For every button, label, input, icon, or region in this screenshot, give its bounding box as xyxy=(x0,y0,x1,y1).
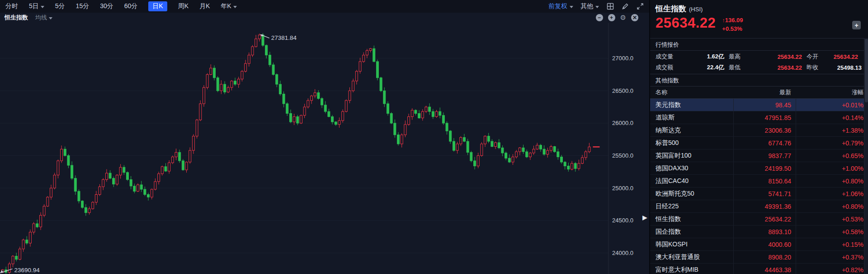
index-name-cell: 韩国KOSPI xyxy=(650,240,733,249)
period-tab-月K[interactable]: 月K xyxy=(199,2,210,10)
indices-header-name[interactable]: 名称 xyxy=(650,88,733,96)
quote-panel: 恒生指数(HSI) 25634.22 ↑136.09 +0.53% + 行情报价… xyxy=(649,0,868,274)
candlestick-svg[interactable]: 27000.026500.026000.025500.025000.024500… xyxy=(0,23,649,274)
other-dropdown[interactable]: 其他 xyxy=(580,2,599,10)
index-latest-cell: 25634.22 xyxy=(733,213,796,225)
y-axis-tick-label: 26500.0 xyxy=(612,87,633,94)
period-tab-30分[interactable]: 30分 xyxy=(100,2,113,10)
ma-dropdown[interactable]: 均线 xyxy=(35,14,52,22)
index-name: 恒生指数 xyxy=(656,5,686,13)
index-row-欧洲斯托克50[interactable]: 欧洲斯托克505741.71+1.06% xyxy=(650,187,868,200)
quote-section-title: 行情报价 xyxy=(650,38,868,51)
period-tab-5分[interactable]: 5分 xyxy=(55,2,65,10)
adjust-dropdown[interactable]: 前复权 xyxy=(548,2,573,10)
period-tab-5日[interactable]: 5日 xyxy=(29,2,44,10)
index-name-cell: 恒生指数 xyxy=(650,215,733,223)
index-change-cell: +1.00% xyxy=(796,162,868,174)
panel-scrollbar[interactable] xyxy=(864,38,868,274)
index-row-国企指数[interactable]: 国企指数8893.10+0.58% xyxy=(650,226,868,238)
scrollbar-thumb[interactable] xyxy=(865,39,868,102)
index-change-cell: +0.79% xyxy=(796,137,868,149)
index-name-cell: 澳大利亚普通股 xyxy=(650,253,733,261)
chevron-down-icon xyxy=(233,6,237,8)
period-tab-分时[interactable]: 分时 xyxy=(5,2,18,10)
index-latest-cell: 4000.60 xyxy=(733,238,796,250)
price-change-pct: +0.53% xyxy=(722,25,742,32)
index-row-标普500[interactable]: 标普5006774.76+0.79% xyxy=(650,137,868,149)
index-latest-cell: 49391.36 xyxy=(733,200,796,212)
period-tab-年K[interactable]: 年K xyxy=(221,2,236,10)
index-row-纳斯达克[interactable]: 纳斯达克23006.36+1.38% xyxy=(650,124,868,137)
period-tabs: 分时5日5分15分30分60分日K周K月K年K xyxy=(5,1,237,11)
zoom-out-icon[interactable]: − xyxy=(596,14,603,21)
index-row-英国富时100[interactable]: 英国富时1009837.77+0.65% xyxy=(650,149,868,162)
close-icon[interactable]: ✕ xyxy=(631,14,638,21)
index-name-cell: 道琼斯 xyxy=(650,114,733,122)
index-row-德国DAX30[interactable]: 德国DAX3024199.50+1.00% xyxy=(650,162,868,175)
chevron-down-icon xyxy=(595,6,599,8)
index-latest-cell: 9837.77 xyxy=(733,149,796,162)
index-latest-cell: 44463.38 xyxy=(733,264,796,274)
index-row-美元指数[interactable]: 美元指数98.45+0.01% xyxy=(650,99,868,111)
index-row-恒生指数[interactable]: 恒生指数25634.22+0.53% xyxy=(650,213,868,226)
toolbar-right-group: 前复权 其他 xyxy=(548,2,644,10)
index-row-道琼斯[interactable]: 道琼斯47951.85+0.14% xyxy=(650,111,868,124)
brush-icon[interactable] xyxy=(621,3,629,10)
index-latest-cell: 47951.85 xyxy=(733,111,796,124)
index-row-日经225[interactable]: 日经22549391.36+0.80% xyxy=(650,200,868,213)
chevron-down-icon xyxy=(41,6,44,8)
quote-value: 25634.22 xyxy=(753,64,807,71)
index-change-cell: +0.37% xyxy=(796,251,868,263)
index-change-cell: +0.01% xyxy=(796,99,868,111)
period-tab-日K[interactable]: 日K xyxy=(148,1,167,11)
quote-value: 22.4亿 xyxy=(684,63,729,72)
index-change-cell: +0.65% xyxy=(796,149,868,162)
index-row-澳大利亚普通股[interactable]: 澳大利亚普通股8908.20+0.37% xyxy=(650,251,868,264)
period-toolbar: 分时5日5分15分30分60分日K周K月K年K 前复权 其他 xyxy=(0,0,649,13)
price-change-block: ↑136.09 +0.53% xyxy=(722,16,743,34)
y-axis-tick-label: 25500.0 xyxy=(612,152,633,159)
quote-label: 今开 xyxy=(807,53,830,61)
high-price-annotation: 27381.84 xyxy=(271,34,297,41)
indices-header-change[interactable]: 涨幅 xyxy=(796,88,868,96)
chevron-down-icon xyxy=(570,6,573,8)
index-change-cell: +0.82% xyxy=(796,264,868,274)
period-tab-周K[interactable]: 周K xyxy=(178,2,189,10)
index-row-富时意大利MIB[interactable]: 富时意大利MIB44463.38+0.82% xyxy=(650,264,868,274)
trading-app: 分时5日5分15分30分60分日K周K月K年K 前复权 其他 xyxy=(0,0,868,274)
panel-collapse-arrow-icon[interactable]: ▶ xyxy=(642,214,647,221)
candlestick-chart[interactable]: 27000.026500.026000.025500.025000.024500… xyxy=(0,23,649,274)
period-tab-15分[interactable]: 15分 xyxy=(76,2,90,10)
quote-label: 昨收 xyxy=(807,63,830,72)
index-row-韩国KOSPI[interactable]: 韩国KOSPI4000.60+0.15% xyxy=(650,238,868,251)
y-axis-tick-label: 25000.0 xyxy=(612,185,633,192)
index-latest-cell: 98.45 xyxy=(733,99,796,111)
quote-label: 最低 xyxy=(729,63,753,72)
period-tab-60分[interactable]: 60分 xyxy=(124,2,138,10)
quote-value: 1.62亿 xyxy=(684,53,729,61)
settings-icon[interactable]: ⚙ xyxy=(620,14,626,22)
zoom-in-icon[interactable]: + xyxy=(608,14,615,21)
y-axis-tick-label: 24500.0 xyxy=(612,217,633,224)
indices-table: 美元指数98.45+0.01%道琼斯47951.85+0.14%纳斯达克2300… xyxy=(650,99,868,274)
chevron-down-icon xyxy=(49,17,52,19)
index-latest-cell: 23006.36 xyxy=(733,124,796,136)
fullscreen-icon[interactable] xyxy=(636,3,644,10)
indices-header-latest[interactable]: 最新 xyxy=(733,88,796,96)
grid-layout-icon[interactable] xyxy=(606,3,614,10)
index-change-cell: +0.80% xyxy=(796,175,868,187)
index-name-cell: 日经225 xyxy=(650,202,733,211)
period-tab-label: 月K xyxy=(199,2,210,10)
y-axis-tick-label: 27000.0 xyxy=(612,55,633,62)
add-to-watchlist-button[interactable]: + xyxy=(852,21,861,29)
period-tab-label: 30分 xyxy=(100,2,113,10)
index-code: (HSI) xyxy=(689,6,703,13)
index-row-法国CAC40[interactable]: 法国CAC408150.64+0.80% xyxy=(650,175,868,187)
quote-label: 最高 xyxy=(729,53,753,61)
index-latest-cell: 8150.64 xyxy=(733,175,796,187)
chart-symbol-label: 恒生指数 xyxy=(5,14,28,22)
index-name-cell: 国企指数 xyxy=(650,228,733,236)
index-change-cell: +0.14% xyxy=(796,111,868,124)
index-change-cell: +0.80% xyxy=(796,200,868,212)
quote-label: 成交量 xyxy=(656,53,684,61)
